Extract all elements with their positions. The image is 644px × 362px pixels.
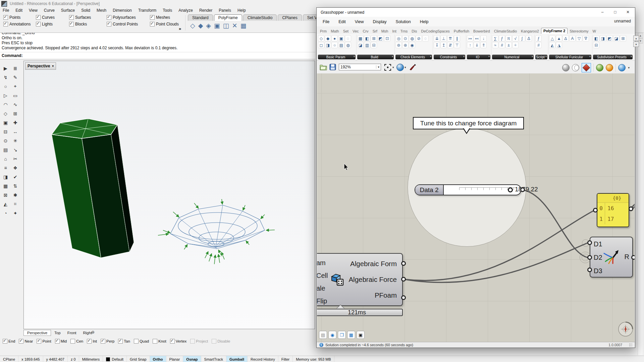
rhino-menu-item[interactable]: Edit xyxy=(15,8,22,13)
osnap-checkbox[interactable]: Vertex xyxy=(170,339,187,344)
maximize-icon[interactable]: □ xyxy=(609,8,622,16)
palette-component-icon[interactable]: ⊚ xyxy=(395,42,402,48)
cube-tool-icon[interactable]: ✕ xyxy=(232,22,237,29)
palette-component-icon[interactable]: ƒ xyxy=(535,35,542,42)
palette-component-icon[interactable]: ▦ xyxy=(357,35,364,42)
palette-component-icon[interactable]: ◩ xyxy=(377,35,384,42)
side-tool-icon[interactable]: ▶ xyxy=(1,64,10,73)
palette-component-icon[interactable]: ↤ xyxy=(474,35,480,42)
palette-group-label[interactable]: Check Elements xyxy=(395,55,432,59)
palette-component-icon[interactable]: # xyxy=(499,42,505,48)
resize-grip[interactable] xyxy=(629,343,632,347)
slider-track[interactable]: 1879.22 xyxy=(444,185,521,195)
command-area[interactable]: Command: _OrthoOrtho is on.Pres ESC to s… xyxy=(0,33,315,59)
shaded-preview-selected[interactable] xyxy=(582,63,591,72)
status-segment[interactable]: x 1859.645 xyxy=(18,356,43,362)
palette-component-icon[interactable]: △ xyxy=(549,35,555,42)
palette-component-icon[interactable]: ○ xyxy=(331,42,338,48)
side-tool-icon[interactable]: ❖ xyxy=(10,163,20,172)
side-tool-icon[interactable]: ⌗ xyxy=(10,199,20,208)
rhino-menu-item[interactable]: Transform xyxy=(138,8,156,13)
palette-component-icon[interactable]: ÷ xyxy=(512,42,519,48)
category-tab[interactable]: W xyxy=(591,28,598,34)
status-segment[interactable]: Millimeters xyxy=(79,356,103,362)
slider-name[interactable]: Data 2 xyxy=(415,185,444,195)
output-label[interactable]: Algebraic Form xyxy=(350,260,397,268)
category-tab[interactable]: Vec xyxy=(351,28,361,34)
palette-component-icon[interactable]: √ xyxy=(512,35,519,42)
side-tool-icon[interactable]: ▦ xyxy=(1,181,10,190)
palette-group-label[interactable]: Constraints xyxy=(434,55,465,59)
category-tab[interactable]: Prm xyxy=(318,28,329,34)
palette-group-label[interactable]: Subdivision Presets xyxy=(593,55,633,59)
palette-component-icon[interactable]: ◆ xyxy=(325,35,331,42)
input-label[interactable]: D3 xyxy=(594,264,602,278)
osnap-checkbox[interactable]: Tan xyxy=(118,339,130,344)
panel-input-node[interactable] xyxy=(593,208,598,213)
palette-component-icon[interactable]: ↧ xyxy=(434,42,440,48)
status-segment[interactable]: Ortho xyxy=(150,356,166,362)
palette-component-icon[interactable]: ⇵ xyxy=(447,42,453,48)
palette-component-icon[interactable]: Δ xyxy=(526,35,532,42)
input-label[interactable]: am xyxy=(317,256,328,269)
output-node-algebraic-form[interactable] xyxy=(401,261,406,266)
category-tab[interactable]: Math xyxy=(329,28,341,34)
input-label[interactable]: ale xyxy=(317,282,328,295)
side-tool-icon[interactable]: ⌂ xyxy=(1,154,10,163)
status-segment[interactable]: CPlane xyxy=(0,356,18,362)
palette-group-label[interactable]: IO xyxy=(467,55,490,59)
palette-component-icon[interactable]: ⇈ xyxy=(447,35,453,42)
palette-component-icon[interactable]: ≈ xyxy=(492,42,498,48)
add-viewport-icon[interactable]: ⊕ xyxy=(91,330,95,335)
display-toggle-checkbox[interactable]: Point Clouds xyxy=(150,22,190,26)
minimize-icon[interactable]: – xyxy=(596,8,609,16)
status-segment[interactable]: Planar xyxy=(166,356,183,362)
annotation-bubble[interactable]: Tune this to change force diagram xyxy=(413,117,524,129)
side-tool-icon[interactable]: ✱ xyxy=(10,190,20,199)
palette-component-icon[interactable]: ◮ xyxy=(556,42,562,48)
scroll-arrow-icon[interactable]: ▲ xyxy=(633,36,639,41)
palette-group-label[interactable]: Shellular Funicular xyxy=(549,55,591,59)
osnap-checkbox[interactable]: Cen xyxy=(70,339,83,344)
palette-component-icon[interactable]: ⇑ xyxy=(480,42,487,48)
grasshopper-menu-item[interactable]: Display xyxy=(373,19,387,24)
palette-component-icon[interactable]: ▤ xyxy=(338,42,344,48)
palette-component-icon[interactable]: ∇ xyxy=(583,35,589,42)
category-tab[interactable]: Int xyxy=(390,28,398,34)
canvas-widget-icon[interactable]: ▣ xyxy=(357,331,365,339)
palette-component-icon[interactable]: ↓ xyxy=(480,35,487,42)
palette-component-icon[interactable]: ± xyxy=(505,42,512,48)
palette-component-icon[interactable]: ▲ xyxy=(556,35,562,42)
osnap-checkbox[interactable]: Point xyxy=(37,339,51,344)
side-tool-icon[interactable]: ✔ xyxy=(10,172,20,181)
palette-component-icon[interactable]: ◭ xyxy=(549,42,555,48)
palette-component-icon[interactable]: ◪ xyxy=(613,35,620,42)
palette-component-icon[interactable]: ◪ xyxy=(357,42,364,48)
palette-component-icon[interactable]: ◌ xyxy=(422,35,429,42)
palette-component-icon[interactable]: ◍ xyxy=(409,35,415,42)
osnap-checkbox[interactable]: Mid xyxy=(55,339,67,344)
cube-tool-icon[interactable]: ◆ xyxy=(198,22,203,29)
paint-canvas-icon[interactable] xyxy=(409,63,417,71)
side-tool-icon[interactable]: ◨ xyxy=(1,172,10,181)
palette-group-label[interactable]: Script xyxy=(535,55,547,59)
chevron-down-icon[interactable]: ▾ xyxy=(628,66,630,69)
output-label[interactable]: R xyxy=(625,253,629,261)
display-toggle-checkbox[interactable]: Surfaces xyxy=(69,15,107,20)
input-label[interactable]: D2 xyxy=(594,251,602,264)
toolbar-tab[interactable]: PolyFrame xyxy=(214,14,242,21)
palette-component-icon[interactable]: ↥ xyxy=(440,42,447,48)
toolbar-tab[interactable]: Standard xyxy=(188,14,213,21)
side-tool-icon[interactable]: ↯ xyxy=(1,73,10,82)
rhino-menu-item[interactable]: File xyxy=(3,8,9,13)
green-display-icon[interactable] xyxy=(596,64,603,71)
status-segment[interactable]: Default xyxy=(103,356,127,362)
side-tool-icon[interactable]: ✳ xyxy=(10,136,20,145)
palette-group-label[interactable]: Basic Param xyxy=(318,55,356,59)
rhino-menu-item[interactable]: Render xyxy=(199,8,212,13)
palette-component-icon[interactable]: π xyxy=(505,35,512,42)
palette-component-icon[interactable]: ↑ xyxy=(467,42,473,48)
category-tab[interactable]: DeCodingSpaces xyxy=(419,28,452,34)
category-tab[interactable]: Stereotomy xyxy=(568,28,590,34)
grasshopper-titlebar[interactable]: Grasshopper - unnamed – □ ✕ xyxy=(317,8,635,17)
